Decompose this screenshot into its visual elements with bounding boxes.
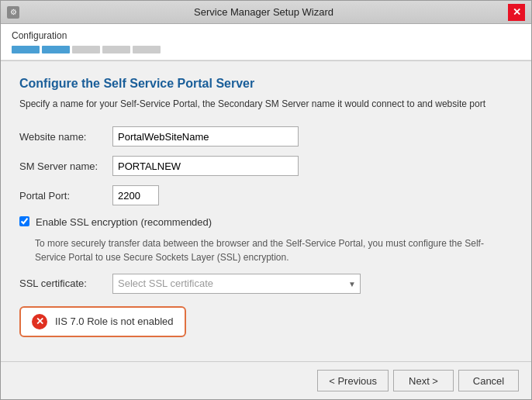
website-name-input[interactable] [112,126,299,147]
ssl-cert-select[interactable]: Select SSL certificate [112,274,361,294]
wizard-window: ⚙ Service Manager Setup Wizard ✕ Configu… [0,0,532,400]
ssl-subtext: To more securely transfer data between t… [35,236,513,264]
step-3 [72,46,100,53]
portal-port-row: Portal Port: [19,185,513,205]
ssl-checkbox-row: Enable SSL encryption (recommended) [19,215,513,230]
step-2 [42,46,70,53]
close-button[interactable]: ✕ [508,4,525,21]
title-bar: ⚙ Service Manager Setup Wizard ✕ [1,1,531,24]
ssl-checkbox-label: Enable SSL encryption (recommended) [36,215,212,230]
sm-server-input[interactable] [112,156,299,176]
error-badge: ✕ IIS 7.0 Role is not enabled [19,306,186,337]
section-title: Configure the Self Service Portal Server [19,77,513,91]
next-button[interactable]: Next > [393,370,454,391]
content-area: Configure the Self Service Portal Server… [1,61,531,361]
ssl-cert-row: SSL certificate: Select SSL certificate [19,274,513,294]
portal-port-input[interactable] [112,185,159,205]
window-title: Service Manager Setup Wizard [19,6,508,18]
ssl-select-wrapper: Select SSL certificate [112,274,361,294]
progress-steps [12,46,520,53]
window-icon: ⚙ [7,6,19,19]
step-5 [133,46,161,53]
step-1 [12,46,40,53]
portal-port-label: Portal Port: [19,190,112,202]
error-icon: ✕ [32,314,47,329]
sm-server-label: SM Server name: [19,160,112,172]
previous-button[interactable]: < Previous [317,370,389,391]
breadcrumb-bar: Configuration [1,24,531,60]
error-text: IIS 7.0 Role is not enabled [55,316,174,327]
ssl-cert-label: SSL certificate: [19,278,112,289]
ssl-checkbox[interactable] [19,216,29,226]
cancel-button[interactable]: Cancel [458,370,519,391]
breadcrumb-label: Configuration [12,30,520,41]
footer: < Previous Next > Cancel [1,361,531,399]
sm-server-row: SM Server name: [19,156,513,176]
website-name-row: Website name: [19,126,513,147]
section-description: Specify a name for your Self-Service Por… [19,97,513,111]
step-4 [102,46,130,53]
website-name-label: Website name: [19,131,112,143]
